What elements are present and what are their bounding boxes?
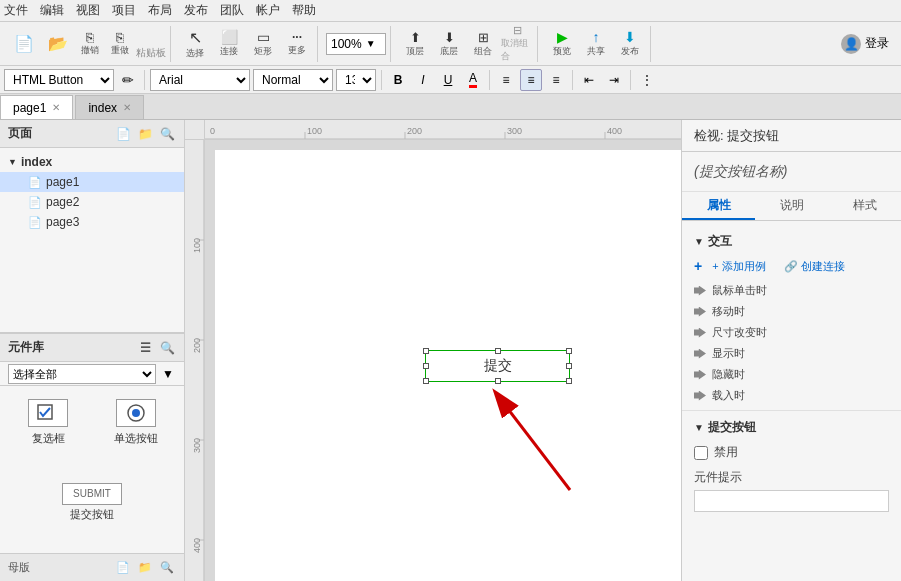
comp-filter-select[interactable]: 选择全部	[8, 364, 156, 384]
create-link-button[interactable]: 🔗 创建连接	[784, 259, 845, 274]
menu-view[interactable]: 视图	[76, 2, 100, 19]
ungroup-icon: ⊟	[513, 24, 522, 37]
color-button[interactable]: A	[462, 69, 484, 91]
paste-button[interactable]: ⎘ 重做	[106, 29, 134, 59]
tab-description[interactable]: 说明	[755, 192, 828, 220]
publish-icon: ⬇	[624, 29, 636, 45]
more-tools-button[interactable]: ··· 更多	[281, 29, 313, 59]
menu-publish[interactable]: 发布	[184, 2, 208, 19]
underline-button[interactable]: U	[437, 69, 459, 91]
tree-index-group[interactable]: ▼ index	[0, 152, 184, 172]
tab-properties[interactable]: 属性	[682, 192, 755, 220]
tree-page1[interactable]: 📄 page1	[0, 172, 184, 192]
add-case-button[interactable]: +	[694, 258, 702, 274]
add-master-icon[interactable]: 📄	[114, 559, 132, 577]
event-load-label: 载入时	[712, 388, 745, 403]
checkbox-preview-icon	[28, 399, 68, 427]
menubar: 文件 编辑 视图 项目 布局 发布 团队 帐户 帮助	[0, 0, 901, 22]
event-show[interactable]: 显示时	[682, 343, 901, 364]
event-mouse-click[interactable]: 鼠标单击时	[682, 280, 901, 301]
new-file-button[interactable]: 📄	[8, 29, 40, 59]
handle-mid-right[interactable]	[566, 363, 572, 369]
handle-bot-left[interactable]	[423, 378, 429, 384]
copy-label: 撤销	[81, 44, 99, 57]
menu-file[interactable]: 文件	[4, 2, 28, 19]
handle-mid-left[interactable]	[423, 363, 429, 369]
event-resize[interactable]: 尺寸改变时	[682, 322, 901, 343]
zoom-select[interactable]: 100% ▼	[326, 33, 386, 55]
handle-top-left[interactable]	[423, 348, 429, 354]
align-right-button[interactable]: ≡	[545, 69, 567, 91]
add-folder-icon[interactable]: 📁	[136, 125, 154, 143]
add-case-label[interactable]: + 添加用例	[712, 259, 765, 274]
canvas-scroll-area[interactable]: 提交	[205, 140, 681, 581]
page2-icon: 📄	[28, 196, 42, 209]
tree-page3[interactable]: 📄 page3	[0, 212, 184, 232]
style-select[interactable]: Normal	[253, 69, 333, 91]
comp-checkbox[interactable]: 复选框	[8, 394, 88, 470]
close-tab-page1[interactable]: ✕	[52, 102, 60, 113]
event-move[interactable]: 移动时	[682, 301, 901, 322]
tree-page2[interactable]: 📄 page2	[0, 192, 184, 212]
more-format-button[interactable]: ⋮	[636, 69, 658, 91]
to-front-button[interactable]: ⬆ 顶层	[399, 29, 431, 59]
share-button[interactable]: ↑ 共享	[580, 29, 612, 59]
size-select[interactable]: 13	[336, 69, 376, 91]
component-type-select[interactable]: HTML Button	[4, 69, 114, 91]
publish-button[interactable]: ⬇ 发布	[614, 29, 646, 59]
to-back-button[interactable]: ⬇ 底层	[433, 29, 465, 59]
preview-button[interactable]: ▶ 预览	[546, 29, 578, 59]
add-master-folder-icon[interactable]: 📁	[136, 559, 154, 577]
handle-bot-mid[interactable]	[495, 378, 501, 384]
font-select[interactable]: Arial	[150, 69, 250, 91]
login-button[interactable]: 👤 登录	[833, 32, 897, 56]
copy-button[interactable]: ⎘ 撤销	[76, 29, 104, 59]
tab-page1[interactable]: page1 ✕	[0, 95, 73, 119]
comp-radio[interactable]: 单选按钮	[96, 394, 176, 470]
bold-button[interactable]: B	[387, 69, 409, 91]
align-center-button[interactable]: ≡	[520, 69, 542, 91]
search-page-icon[interactable]: 🔍	[158, 125, 176, 143]
user-avatar-icon: 👤	[841, 34, 861, 54]
event-hide[interactable]: 隐藏时	[682, 364, 901, 385]
interaction-section-header[interactable]: ▼ 交互	[682, 229, 901, 254]
tooltip-input[interactable]	[694, 490, 889, 512]
comp-submit[interactable]: SUBMIT 提交按钮	[8, 478, 176, 546]
menu-team[interactable]: 团队	[220, 2, 244, 19]
search-master-icon[interactable]: 🔍	[158, 559, 176, 577]
menu-project[interactable]: 项目	[112, 2, 136, 19]
handle-top-mid[interactable]	[495, 348, 501, 354]
menu-layout[interactable]: 布局	[148, 2, 172, 19]
comp-menu-icon[interactable]: ☰	[136, 339, 154, 357]
tab-style[interactable]: 样式	[828, 192, 901, 220]
group-button[interactable]: ⊞ 组合	[467, 29, 499, 59]
comp-search-icon[interactable]: 🔍	[158, 339, 176, 357]
indent-button[interactable]: ⇤	[578, 69, 600, 91]
comp-filter-dropdown-icon[interactable]: ▼	[160, 366, 176, 382]
menu-help[interactable]: 帮助	[292, 2, 316, 19]
submit-section-header[interactable]: ▼ 提交按钮	[682, 415, 901, 440]
handle-top-right[interactable]	[566, 348, 572, 354]
menu-edit[interactable]: 编辑	[40, 2, 64, 19]
fmt-sep-2	[381, 70, 382, 90]
menu-account[interactable]: 帐户	[256, 2, 280, 19]
shape-tool-button[interactable]: ▭ 矩形	[247, 29, 279, 59]
open-file-button[interactable]: 📂	[42, 29, 74, 59]
connect-tool-button[interactable]: ⬜ 连接	[213, 29, 245, 59]
component-edit-button[interactable]: ✏	[117, 69, 139, 91]
svg-line-23	[505, 405, 570, 490]
outdent-button[interactable]: ⇥	[603, 69, 625, 91]
align-left-button[interactable]: ≡	[495, 69, 517, 91]
canvas-submit-button[interactable]: 提交	[425, 350, 570, 382]
handle-bot-right[interactable]	[566, 378, 572, 384]
disabled-checkbox[interactable]	[694, 446, 708, 460]
ungroup-button[interactable]: ⊟ 取消组合	[501, 29, 533, 59]
close-tab-index[interactable]: ✕	[123, 102, 131, 113]
add-page-icon[interactable]: 📄	[114, 125, 132, 143]
tab-index[interactable]: index ✕	[75, 95, 144, 119]
italic-button[interactable]: I	[412, 69, 434, 91]
select-tool-button[interactable]: ↖ 选择	[179, 29, 211, 59]
event-load[interactable]: 载入时	[682, 385, 901, 406]
group-label: 组合	[474, 45, 492, 58]
fmt-sep-3	[489, 70, 490, 90]
